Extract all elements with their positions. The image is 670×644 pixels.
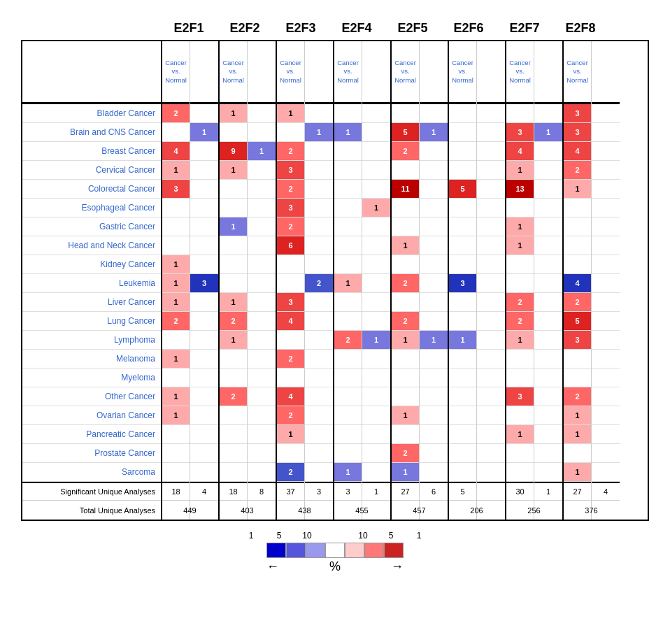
sub-header-6-0: Cancervs.Normal <box>506 41 534 104</box>
cell-6-1-0 <box>534 104 562 123</box>
cell-5-1-12 <box>477 331 505 350</box>
legend-box-2 <box>306 543 325 558</box>
cell-4-0-10 <box>392 293 419 312</box>
sig-cell-6-1: 1 <box>534 482 562 501</box>
cell-2-1-13 <box>305 350 333 368</box>
cell-4-0-17 <box>392 425 419 444</box>
cell-6-0-19 <box>506 463 534 482</box>
cell-0-0-14 <box>162 368 190 387</box>
total-cell-6-0: 256 <box>506 501 562 520</box>
cell-2-0-5: 3 <box>277 199 304 217</box>
cell-6-1-15 <box>534 387 562 406</box>
sig-cell-7-0: 27 <box>564 482 591 501</box>
cell-4-0-0 <box>392 104 419 123</box>
legend-box-1 <box>286 543 306 558</box>
sig-cell-0-1: 4 <box>190 482 218 501</box>
label-ovarian-cancer: Ovarian Cancer <box>22 406 161 425</box>
cell-0-0-19 <box>162 463 190 482</box>
cell-6-0-17: 1 <box>506 425 534 444</box>
cell-4-1-9 <box>420 274 448 293</box>
cell-5-0-19 <box>449 463 476 482</box>
cell-0-1-1: 1 <box>190 123 218 142</box>
cell-4-1-16 <box>420 406 448 425</box>
cell-4-0-6 <box>392 217 419 236</box>
legend-label-4: 10 <box>353 531 373 541</box>
sub-header-5-1 <box>477 41 505 104</box>
cell-4-1-5 <box>420 199 448 217</box>
cell-7-0-13 <box>564 350 591 368</box>
cell-0-0-7 <box>162 236 190 255</box>
cell-2-1-15 <box>305 387 333 406</box>
cell-4-1-14 <box>420 368 448 387</box>
label-colorectal-cancer: Colorectal Cancer <box>22 180 161 199</box>
cell-2-1-0 <box>305 104 333 123</box>
main-container: E2F1E2F2E2F3E2F4E2F5E2F6E2F7E2F8 Bladder… <box>14 14 656 592</box>
cell-7-0-17: 1 <box>564 425 591 444</box>
label-sarcoma: Sarcoma <box>22 463 161 482</box>
cell-5-1-9 <box>477 274 505 293</box>
legend-boxes <box>266 543 404 558</box>
arrow-right-icon: → <box>391 559 404 574</box>
cell-4-0-3 <box>392 161 419 180</box>
cell-7-1-14 <box>592 368 620 387</box>
cell-6-1-5 <box>534 199 562 217</box>
cell-4-0-5 <box>392 199 419 217</box>
sub-col-4-1: 116 <box>420 41 448 520</box>
sub-header-2-0: Cancervs.Normal <box>277 41 304 104</box>
cell-5-1-19 <box>477 463 505 482</box>
cell-7-0-0: 3 <box>564 104 591 123</box>
cell-5-0-16 <box>449 406 476 425</box>
cell-4-0-1: 5 <box>392 123 419 142</box>
sub-header-0-1 <box>190 41 218 104</box>
total-cell-4-0: 457 <box>392 501 447 520</box>
cell-6-0-14 <box>506 368 534 387</box>
cell-2-1-19 <box>305 463 333 482</box>
cell-1-1-7 <box>248 236 276 255</box>
cell-2-0-12 <box>277 331 304 350</box>
sig-cell-6-0: 30 <box>506 482 534 501</box>
cell-1-1-14 <box>248 368 276 387</box>
cell-6-1-8 <box>534 255 562 274</box>
cell-6-1-14 <box>534 368 562 387</box>
legend: 15101051 ← % → <box>21 531 649 574</box>
cell-6-0-1: 3 <box>506 123 534 142</box>
cell-7-1-18 <box>592 444 620 463</box>
cell-5-0-0 <box>449 104 476 123</box>
cell-1-1-13 <box>248 350 276 368</box>
cell-5-0-17 <box>449 425 476 444</box>
sub-header-1-0: Cancervs.Normal <box>220 41 247 104</box>
cell-5-1-10 <box>477 293 505 312</box>
cell-4-0-15 <box>392 387 419 406</box>
sig-cell-7-1: 4 <box>592 482 620 501</box>
cell-4-0-18: 2 <box>392 444 419 463</box>
sub-col-4-0: Cancervs.Normal5211122112127457 <box>392 41 420 520</box>
cell-5-1-2 <box>477 142 505 161</box>
cell-2-0-9 <box>277 274 304 293</box>
cell-4-1-7 <box>420 236 448 255</box>
cell-0-0-3: 1 <box>162 161 190 180</box>
sub-header-7-0: Cancervs.Normal <box>564 41 591 104</box>
cell-4-0-9: 2 <box>392 274 419 293</box>
cell-3-0-19: 1 <box>334 463 362 482</box>
cell-7-1-12 <box>592 331 620 350</box>
cell-2-0-1 <box>277 123 304 142</box>
cell-3-1-18 <box>362 444 390 463</box>
cell-7-1-3 <box>592 161 620 180</box>
cell-4-1-1: 1 <box>420 123 448 142</box>
cell-7-1-2 <box>592 142 620 161</box>
cell-6-1-11 <box>534 312 562 331</box>
label-lung-cancer: Lung Cancer <box>22 312 161 331</box>
cell-0-0-8: 1 <box>162 255 190 274</box>
cell-7-1-7 <box>592 236 620 255</box>
cell-0-1-5 <box>190 199 218 217</box>
cell-0-0-0: 2 <box>162 104 190 123</box>
cell-0-1-8 <box>190 255 218 274</box>
cell-7-1-15 <box>592 387 620 406</box>
cell-0-1-0 <box>190 104 218 123</box>
cell-5-1-0 <box>477 104 505 123</box>
total-cell-1-0: 403 <box>220 501 275 520</box>
cell-0-0-17 <box>162 425 190 444</box>
cell-0-1-16 <box>190 406 218 425</box>
cell-4-0-11: 2 <box>392 312 419 331</box>
label-melanoma: Melanoma <box>22 350 161 368</box>
